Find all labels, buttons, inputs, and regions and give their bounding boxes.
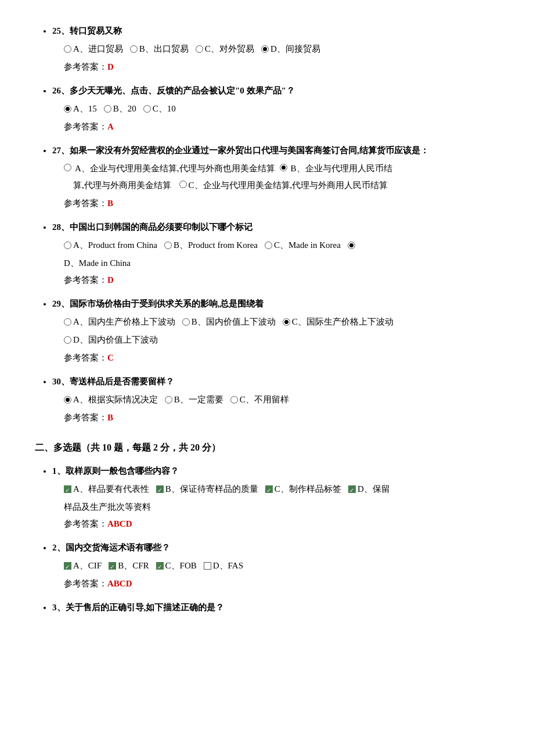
option-25-c[interactable]: C、对外贸易 [196, 41, 254, 57]
question-item-30: 30、寄送样品后是否需要留样？ A、根据实际情况决定 B、一定需要 C、不用留样… [52, 374, 499, 426]
radio-25-b[interactable] [130, 45, 138, 53]
answer-30: 参考答案：B [64, 410, 499, 426]
radio-26-a[interactable] [64, 105, 71, 113]
options-25: A、进口贸易 B、出口贸易 C、对外贸易 D、间接贸易 [64, 41, 499, 57]
question-item-26: 26、多少天无曝光、点击、反馈的产品会被认定"0 效果产品"？ A、15 B、2… [52, 83, 499, 135]
section2-header: 二、多选题（共 10 题，每题 2 分，共 20 分） [35, 440, 499, 456]
radio-30-a[interactable] [64, 396, 71, 404]
answer-27: 参考答案：B [64, 196, 499, 211]
radio-26-b[interactable] [104, 105, 111, 113]
radio-29-d[interactable] [64, 336, 71, 344]
options-mq2: A、CIF B、CFR C、FOB D、FAS [64, 558, 499, 574]
question-title-28: 28、中国出口到韩国的商品必须要印制以下哪个标记 [52, 219, 499, 235]
radio-25-d[interactable] [261, 45, 269, 53]
option-26-a[interactable]: A、15 [64, 101, 97, 117]
option-mq1-c[interactable]: C、制作样品标签 [265, 481, 341, 497]
option-28-c[interactable]: C、Made in Korea [265, 237, 341, 253]
option-27-b-cont: 算,代理与外商用美金结算 C、企业与代理用美金结算,代理与外商用人民币结算 [73, 178, 499, 193]
answer-29: 参考答案：C [64, 350, 499, 366]
checkbox-mq2-b[interactable] [109, 562, 116, 570]
options-28: A、Product from China B、Product from Kore… [64, 237, 499, 253]
radio-28-a[interactable] [64, 242, 71, 249]
multi-question-item-1: 1、取样原则一般包含哪些内容？ A、样品要有代表性 B、保证待寄样品的质量 C、… [52, 463, 499, 532]
multi-question-item-3: 3、关于售后的正确引导,如下描述正确的是？ [52, 600, 499, 615]
option-mq2-d[interactable]: D、FAS [204, 558, 243, 574]
checkbox-mq2-d[interactable] [204, 562, 211, 570]
option-28-a[interactable]: A、Product from China [64, 237, 157, 253]
options-29-row2: D、国内价值上下波动 [64, 332, 499, 348]
answer-28: 参考答案：D [64, 272, 499, 288]
question-title-30: 30、寄送样品后是否需要留样？ [52, 374, 499, 390]
option-30-b[interactable]: B、一定需要 [165, 392, 223, 408]
answer-26: 参考答案：A [64, 119, 499, 135]
option-30-a[interactable]: A、根据实际情况决定 [64, 392, 158, 408]
option-29-b[interactable]: B、国内价值上下波动 [182, 314, 276, 330]
option-mq2-a[interactable]: A、CIF [64, 558, 102, 574]
multi-question-title-3: 3、关于售后的正确引导,如下描述正确的是？ [52, 600, 499, 615]
radio-29-b[interactable] [182, 318, 190, 326]
question-title-29: 29、国际市场价格由于受到供求关系的影响,总是围绕着 [52, 296, 499, 312]
answer-25: 参考答案：D [64, 59, 499, 75]
option-26-c[interactable]: C、10 [143, 101, 176, 117]
options-mq1: A、样品要有代表性 B、保证待寄样品的质量 C、制作样品标签 D、保留 [64, 481, 499, 497]
radio-27-a[interactable] [64, 164, 71, 171]
question-list: 25、转口贸易又称 A、进口贸易 B、出口贸易 C、对外贸易 D、间接贸易 参考… [35, 23, 499, 426]
option-25-d[interactable]: D、间接贸易 [261, 41, 320, 57]
options-26: A、15 B、20 C、10 [64, 101, 499, 117]
option-25-b[interactable]: B、出口贸易 [130, 41, 189, 57]
option-29-c[interactable]: C、国际生产价格上下波动 [283, 314, 394, 330]
radio-28-d[interactable] [348, 242, 355, 249]
checkbox-mq1-a[interactable] [64, 485, 71, 493]
option-mq2-b[interactable]: B、CFR [109, 558, 149, 574]
option-26-b[interactable]: B、20 [104, 101, 136, 117]
radio-28-c[interactable] [265, 242, 272, 249]
question-title-25: 25、转口贸易又称 [52, 23, 499, 39]
option-29-d[interactable]: D、国内价值上下波动 [64, 332, 158, 348]
radio-28-b[interactable] [164, 242, 172, 249]
multi-question-list: 1、取样原则一般包含哪些内容？ A、样品要有代表性 B、保证待寄样品的质量 C、… [35, 463, 499, 615]
radio-26-c[interactable] [143, 105, 151, 113]
options-30: A、根据实际情况决定 B、一定需要 C、不用留样 [64, 392, 499, 408]
option-29-a[interactable]: A、国内生产价格上下波动 [64, 314, 175, 330]
question-title-27: 27、如果一家没有外贸经营权的企业通过一家外贸出口代理与美国客商签订合同,结算货… [52, 143, 499, 159]
radio-25-a[interactable] [64, 45, 71, 53]
option-27-c[interactable]: C、企业与代理用美金结算,代理与外商用人民币结算 [179, 178, 388, 193]
option-25-a[interactable]: A、进口贸易 [64, 41, 123, 57]
question-item-29: 29、国际市场价格由于受到供求关系的影响,总是围绕着 A、国内生产价格上下波动 … [52, 296, 499, 366]
option-28-b[interactable]: B、Product from Korea [164, 237, 258, 253]
multi-question-title-1: 1、取样原则一般包含哪些内容？ [52, 463, 499, 479]
option-mq1-b[interactable]: B、保证待寄样品的质量 [156, 481, 258, 497]
radio-27-c[interactable] [179, 181, 187, 188]
question-item-25: 25、转口贸易又称 A、进口贸易 B、出口贸易 C、对外贸易 D、间接贸易 参考… [52, 23, 499, 75]
checkbox-mq2-a[interactable] [64, 562, 71, 570]
checkbox-mq1-b[interactable] [156, 485, 164, 493]
radio-30-b[interactable] [165, 396, 172, 404]
checkbox-mq1-d[interactable] [348, 485, 356, 493]
radio-29-a[interactable] [64, 318, 71, 326]
multi-question-title-2: 2、国内交货海运术语有哪些？ [52, 540, 499, 556]
radio-29-c[interactable] [283, 318, 290, 326]
radio-25-c[interactable] [196, 45, 203, 53]
options-27: A、企业与代理用美金结算,代理与外商也用美金结算 B、企业与代理用人民币结 算,… [64, 161, 499, 193]
option-30-c[interactable]: C、不用留样 [230, 392, 289, 408]
checkbox-mq2-c[interactable] [156, 562, 164, 570]
multi-question-item-2: 2、国内交货海运术语有哪些？ A、CIF B、CFR C、FOB D、FAS 参… [52, 540, 499, 592]
option-27-a[interactable]: A、企业与代理用美金结算,代理与外商也用美金结算 B、企业与代理用人民币结 [64, 161, 499, 177]
question-item-27: 27、如果一家没有外贸经营权的企业通过一家外贸出口代理与美国客商签订合同,结算货… [52, 143, 499, 211]
radio-27-a2[interactable] [280, 164, 287, 171]
option-mq1-d[interactable]: D、保留 [348, 481, 390, 497]
question-item-28: 28、中国出口到韩国的商品必须要印制以下哪个标记 A、Product from … [52, 219, 499, 288]
checkbox-mq1-c[interactable] [265, 485, 273, 493]
option-mq2-c[interactable]: C、FOB [156, 558, 197, 574]
option-28-d[interactable] [348, 242, 357, 249]
options-29: A、国内生产价格上下波动 B、国内价值上下波动 C、国际生产价格上下波动 [64, 314, 499, 330]
option-mq1-a[interactable]: A、样品要有代表性 [64, 481, 149, 497]
answer-mq2: 参考答案：ABCD [64, 576, 499, 592]
radio-30-c[interactable] [230, 396, 238, 404]
answer-mq1: 参考答案：ABCD [64, 516, 499, 532]
question-title-26: 26、多少天无曝光、点击、反馈的产品会被认定"0 效果产品"？ [52, 83, 499, 99]
